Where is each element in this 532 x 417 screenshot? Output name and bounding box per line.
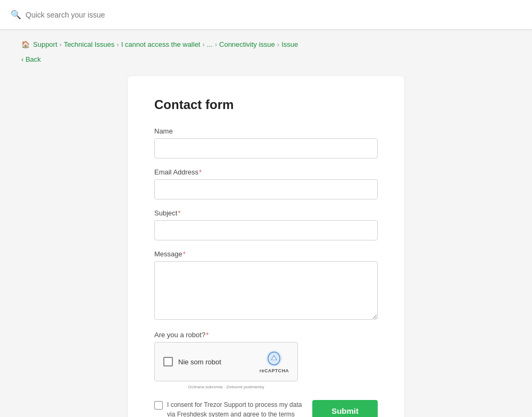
message-required-star: * (183, 250, 186, 258)
captcha-brand: reCAPTCHA (260, 368, 289, 373)
breadcrumb-technical-issues[interactable]: Technical Issues (64, 40, 114, 48)
captcha-left: Nie som robot (163, 357, 221, 366)
breadcrumb-sep-2: › (117, 40, 119, 48)
captcha-required-star: * (206, 331, 209, 339)
form-title: Contact form (154, 97, 378, 112)
email-label: Email Address* (154, 168, 378, 176)
recaptcha-logo (265, 350, 282, 367)
home-icon: 🏠 (21, 40, 30, 48)
message-textarea[interactable] (154, 261, 378, 320)
captcha-text: Nie som robot (178, 358, 221, 366)
form-card: Contact form Name Email Address* Subject… (128, 76, 404, 417)
email-field-group: Email Address* (154, 168, 378, 199)
consent-text: I consent for Trezor Support to process … (167, 400, 306, 417)
message-field-group: Message* (154, 250, 378, 321)
search-bar-container: 🔍 (0, 0, 532, 30)
main-content: 🏠 Support › Technical Issues › I cannot … (11, 30, 521, 417)
breadcrumb-issue[interactable]: Issue (281, 40, 298, 48)
name-label: Name (154, 127, 378, 135)
breadcrumb: 🏠 Support › Technical Issues › I cannot … (21, 40, 511, 48)
search-icon: 🔍 (11, 10, 21, 20)
breadcrumb-ellipsis[interactable]: ... (207, 40, 213, 48)
captcha-right: reCAPTCHA (260, 350, 289, 373)
breadcrumb-sep-3: › (202, 40, 204, 48)
name-input[interactable] (154, 138, 378, 159)
captcha-box: Nie som robot reCAPTCHA (154, 342, 298, 381)
breadcrumb-cannot-access[interactable]: I cannot access the wallet (121, 40, 201, 48)
subject-field-group: Subject* (154, 209, 378, 240)
back-link[interactable]: ‹ Back (21, 55, 41, 63)
breadcrumb-support[interactable]: Support (33, 40, 57, 48)
subject-input[interactable] (154, 220, 378, 240)
email-required-star: * (199, 168, 202, 176)
consent-submit-row: I consent for Trezor Support to process … (154, 400, 378, 417)
breadcrumb-connectivity[interactable]: Connectivity issue (219, 40, 275, 48)
email-input[interactable] (154, 179, 378, 199)
consent-left: I consent for Trezor Support to process … (154, 400, 306, 417)
captcha-checkbox[interactable] (163, 357, 173, 366)
search-bar: 🔍 (11, 10, 521, 20)
name-field-group: Name (154, 127, 378, 159)
consent-checkbox[interactable] (154, 401, 163, 410)
captcha-group: Are you a robot?* Nie som robot reCAPTCH… (154, 331, 378, 389)
breadcrumb-sep-4: › (215, 40, 217, 48)
search-input[interactable] (26, 11, 521, 19)
breadcrumb-sep-5: › (277, 40, 279, 48)
subject-label: Subject* (154, 209, 378, 217)
captcha-links: Ochrana súkromia · Zmluvné podmienky (154, 385, 298, 389)
captcha-label: Are you a robot?* (154, 331, 378, 339)
breadcrumb-sep-1: › (60, 40, 62, 48)
message-label: Message* (154, 250, 378, 258)
subject-required-star: * (178, 209, 180, 217)
submit-button[interactable]: Submit (312, 400, 378, 417)
